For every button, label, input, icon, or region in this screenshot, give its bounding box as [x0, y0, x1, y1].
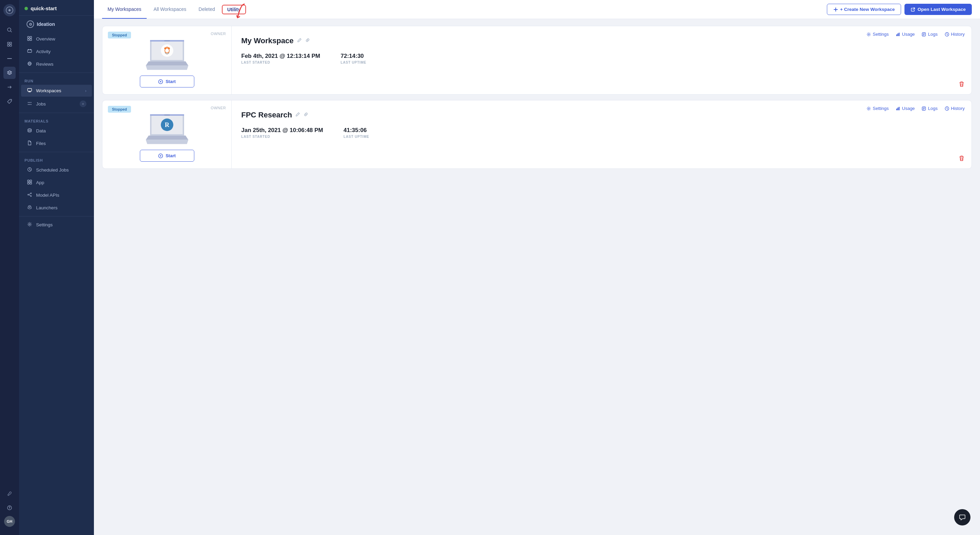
workspaces-label: Workspaces	[36, 88, 61, 93]
chat-bubble-button[interactable]	[954, 509, 970, 525]
tab-my-workspaces[interactable]: My Workspaces	[102, 0, 147, 19]
open-last-workspace-button[interactable]: Open Last Workspace	[904, 4, 972, 15]
workspace-2-meta: Jan 25th, 2021 @ 10:06:48 PM LAST STARTE…	[241, 127, 962, 139]
history-label-2: History	[951, 106, 965, 111]
open-btn-label: Open Last Workspace	[917, 7, 966, 12]
logs-label-2: Logs	[928, 106, 937, 111]
link-icon-1[interactable]	[305, 38, 310, 44]
svg-rect-55	[899, 107, 900, 110]
svg-point-42	[868, 34, 869, 35]
reviews-label: Reviews	[36, 62, 53, 67]
logs-action-1[interactable]: Logs	[921, 32, 937, 37]
last-uptime-1: 72:14:30 LAST UPTIME	[340, 53, 366, 64]
svg-point-35	[29, 224, 30, 225]
history-action-1[interactable]: History	[945, 32, 965, 37]
usage-action-1[interactable]: Usage	[896, 32, 915, 37]
sidebar-item-launchers[interactable]: Launchers	[21, 202, 92, 214]
create-workspace-button[interactable]: + Create New Workspace	[827, 4, 901, 15]
usage-icon-1	[896, 32, 900, 37]
svg-rect-30	[30, 182, 32, 184]
svg-rect-9	[27, 37, 29, 38]
app-logo[interactable]	[3, 4, 16, 16]
svg-rect-18	[27, 89, 32, 91]
last-uptime-label-1: LAST UPTIME	[340, 61, 366, 64]
delete-button-2[interactable]	[959, 155, 965, 163]
main-content: My Workspaces All Workspaces Deleted Uti…	[94, 0, 980, 535]
divider-4	[19, 216, 94, 217]
logs-action-2[interactable]: Logs	[921, 106, 937, 111]
sidebar-item-scheduled-jobs[interactable]: Scheduled Jobs	[21, 164, 92, 176]
settings-action-1[interactable]: Settings	[866, 32, 889, 37]
svg-rect-13	[27, 50, 32, 53]
link-icon-2[interactable]	[304, 112, 308, 118]
history-action-2[interactable]: History	[945, 106, 965, 111]
sidebar-item-reviews[interactable]: Reviews	[21, 58, 92, 70]
svg-rect-15	[30, 49, 31, 50]
workspace-1-meta: Feb 4th, 2021 @ 12:13:14 PM LAST STARTED…	[241, 53, 962, 64]
rail-search-icon[interactable]	[3, 24, 16, 36]
usage-label-2: Usage	[902, 106, 915, 111]
user-avatar[interactable]: GH	[4, 516, 15, 527]
data-label: Data	[36, 128, 46, 134]
edit-icon-1[interactable]	[297, 38, 302, 44]
sidebar-item-jobs[interactable]: Jobs +	[21, 97, 92, 110]
svg-rect-2	[8, 42, 9, 44]
sidebar-item-overview[interactable]: Overview	[21, 33, 92, 45]
workspace-2-laptop-image: R	[138, 107, 196, 150]
delete-button-1[interactable]	[959, 81, 965, 89]
sidebar-item-model-apis[interactable]: Model APIs	[21, 189, 92, 201]
settings-action-2[interactable]: Settings	[866, 106, 889, 111]
card-1-actions: Settings Usage	[866, 32, 965, 37]
status-dot	[24, 7, 28, 10]
tab-deleted[interactable]: Deleted	[193, 0, 221, 19]
activity-label: Activity	[36, 49, 51, 54]
tab-all-workspaces[interactable]: All Workspaces	[148, 0, 192, 19]
rail-question-icon[interactable]	[3, 502, 16, 514]
sidebar-item-ideation[interactable]: ⊙ Ideation	[21, 17, 92, 31]
sidebar-item-files[interactable]: Files	[21, 137, 92, 150]
start-button-1[interactable]: Start	[140, 76, 194, 88]
chat-icon	[959, 514, 966, 521]
sidebar-item-app[interactable]: App	[21, 177, 92, 188]
rail-tag-icon[interactable]	[3, 95, 16, 108]
rail-arrows-icon[interactable]	[3, 81, 16, 93]
sidebar-item-workspaces[interactable]: Workspaces ›	[21, 85, 92, 97]
sidebar-item-activity[interactable]: Activity	[21, 46, 92, 57]
svg-point-52	[868, 108, 869, 109]
reviews-icon	[27, 61, 33, 67]
rail-minus-icon[interactable]	[3, 53, 16, 65]
svg-point-6	[11, 100, 11, 101]
card-2-right: Settings Usage	[232, 100, 972, 169]
svg-point-25	[28, 129, 31, 130]
play-icon-1	[158, 79, 163, 84]
svg-rect-28	[30, 180, 32, 182]
main-sidebar: quick-start ⊙ Ideation Overview Activity	[19, 0, 94, 535]
usage-action-2[interactable]: Usage	[896, 106, 915, 111]
svg-rect-12	[30, 39, 32, 40]
last-started-label-2: LAST STARTED	[241, 135, 323, 139]
start-label-1: Start	[166, 79, 176, 84]
history-label-1: History	[951, 32, 965, 37]
last-started-label-1: LAST STARTED	[241, 61, 320, 64]
last-started-1: Feb 4th, 2021 @ 12:13:14 PM LAST STARTED	[241, 53, 320, 64]
sidebar-item-settings[interactable]: Settings	[21, 219, 92, 231]
workspace-1-title: My Workspace	[241, 37, 962, 45]
tab-utility[interactable]: Utility	[222, 5, 246, 14]
svg-point-33	[30, 196, 32, 197]
logs-icon-1	[921, 32, 926, 37]
rail-grid-icon[interactable]	[3, 38, 16, 50]
svg-point-20	[29, 102, 30, 102]
rail-layers-icon[interactable]	[3, 67, 16, 79]
overview-label: Overview	[36, 37, 55, 41]
start-button-2[interactable]: Start	[140, 150, 194, 162]
svg-rect-4	[8, 45, 9, 46]
svg-point-21	[30, 102, 31, 102]
publish-section-label: PUBLISH	[19, 154, 94, 164]
svg-point-24	[30, 104, 31, 105]
workspace-2-title: FPC Research	[241, 111, 962, 119]
edit-icon-2[interactable]	[295, 112, 300, 118]
sidebar-item-data[interactable]: Data	[21, 125, 92, 137]
card-1-left: Stopped OWNER	[102, 26, 232, 94]
rail-wrench-icon[interactable]	[3, 487, 16, 500]
plus-icon	[833, 7, 838, 12]
